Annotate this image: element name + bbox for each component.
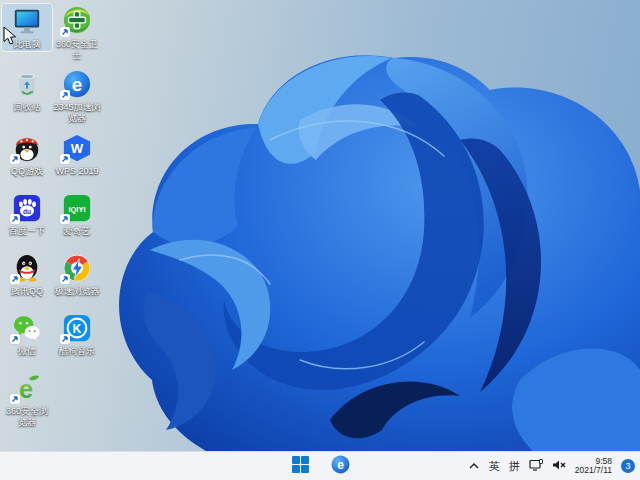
svg-text:iQIYI: iQIYI [68,205,85,214]
shortcut-arrow-icon [60,274,70,284]
clock-date: 2021/7/11 [575,466,612,476]
shortcut-arrow-icon [10,274,20,284]
shortcut-arrow-icon [60,214,70,224]
desktop-icon-tencent-qq[interactable]: 腾讯QQ [2,251,52,298]
desktop-icon-recycle-bin[interactable]: 回收站 [2,67,52,114]
taskbar-clock[interactable]: 9:58 2021/7/11 [575,457,612,476]
desktop: 此电脑 360安全卫士 回收站 e 2345加速 [0,0,640,480]
taskbar: e 英 拼 [0,451,640,480]
ime-english-indicator[interactable]: 英 [489,459,500,474]
shortcut-arrow-icon [60,90,70,100]
svg-text:W: W [71,141,84,156]
desktop-icon-iqiyi[interactable]: iQIYI 爱奇艺 [52,191,102,238]
shortcut-arrow-icon [10,154,20,164]
desktop-icon-speed-browser[interactable]: 极速浏览器 [52,251,102,298]
shortcut-arrow-icon [60,154,70,164]
icon-label: 回收站 [14,102,41,113]
notification-badge[interactable]: 3 [621,459,635,473]
mouse-cursor [3,26,17,46]
desktop-icon-wps-2019[interactable]: W WPS 2019 [52,131,102,178]
svg-text:e: e [337,458,344,472]
svg-text:e: e [72,74,82,95]
system-tray: 英 拼 9:58 2021/7/11 3 [468,452,635,480]
shortcut-arrow-icon [10,334,20,344]
shortcut-arrow-icon [60,27,70,37]
browser-e-icon: e [331,455,350,478]
desktop-icon-360-browser[interactable]: e 360安全浏览器 [2,371,52,429]
shortcut-arrow-icon [10,394,20,404]
desktop-icon-wechat[interactable]: 微信 [2,311,52,358]
taskbar-center-buttons: e [287,452,353,480]
volume-muted-icon[interactable] [552,457,566,475]
recycle-bin-icon [12,69,42,99]
network-monitor-icon[interactable] [529,457,543,475]
desktop-icon-kugou-music[interactable]: K 酷狗音乐 [52,311,102,358]
ime-pinyin-indicator[interactable]: 拼 [509,459,520,474]
desktop-icon-360-safety-guard[interactable]: 360安全卫士 [52,4,102,62]
icon-label: 微信 [18,346,36,357]
hidden-icons-chevron[interactable] [468,457,480,475]
windows-logo-icon [292,456,309,477]
desktop-icon-2345-browser[interactable]: e 2345加速浏览器 [52,67,102,125]
shortcut-arrow-icon [10,214,20,224]
svg-text:K: K [73,322,82,336]
shortcut-arrow-icon [60,334,70,344]
svg-text:du: du [23,208,31,215]
icon-label: 此电脑 [14,39,41,50]
desktop-icon-qq-games[interactable]: QQ游戏 [2,131,52,178]
browser-taskbar-button[interactable]: e [327,454,353,478]
start-button[interactable] [287,454,313,478]
desktop-icon-baidu-search[interactable]: du 百度一下 [2,191,52,238]
